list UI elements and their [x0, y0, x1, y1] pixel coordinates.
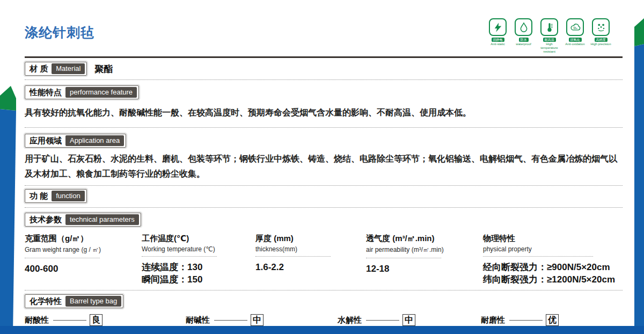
waterproof-label-zh: 防水: [519, 38, 529, 42]
waterproof-label-en: waterproof: [516, 42, 531, 46]
chemical-header: 化学特性 Barrel type bag: [25, 294, 123, 308]
chemical-header-zh: 化学特性: [30, 296, 62, 307]
chem-label-zh: 耐碱性: [186, 315, 210, 325]
param-divider: [25, 258, 100, 258]
section-technical: 技术参数 technical parameters: [25, 213, 623, 227]
application-header-en-badge: Application area: [65, 135, 124, 146]
divider: [25, 185, 623, 186]
application-header-zh: 应用领域: [30, 136, 62, 146]
function-header-en-badge: function: [52, 191, 85, 201]
performance-header: 性能特点 performance feature: [25, 85, 139, 99]
param-value-line: 纬向断裂强力：≥1200N/5×20cm: [483, 273, 617, 286]
chem-label-zh: 耐酸性: [25, 315, 49, 325]
feature-high-precision: 高精度 High precision: [590, 18, 612, 54]
section-application: 应用领域 Application area: [25, 134, 623, 148]
section-material: 材 质 Material 聚酯: [25, 62, 623, 76]
param-divider: [366, 258, 441, 258]
anti-static-label-zh: 抗静电: [492, 38, 504, 42]
param-label-en: air permeability (m³/㎡.min): [366, 245, 478, 255]
feature-waterproof: 防水 waterproof: [513, 18, 535, 54]
section-performance: 性能特点 performance feature: [25, 85, 623, 99]
param-label-zh: 物理特性: [483, 234, 617, 244]
page-title: 涤纶针刺毡: [25, 24, 94, 41]
param-label-zh: 工作温度(℃): [142, 234, 250, 244]
chem-rating-box: 优: [546, 314, 559, 326]
param-divider: [255, 256, 331, 257]
performance-text: 具有较好的抗氧化能力、耐酸碱性能一般、在较高温度时、预期寿命会受烟气含水量的影响…: [25, 105, 623, 120]
divider: [25, 127, 623, 128]
header: 涤纶针刺毡 抗静电 Anti-static 防水 waterproof: [25, 18, 623, 54]
high-temperature-label-zh: 耐高温: [543, 38, 556, 42]
feature-anti-oxidation: O₃ 抗氧化 Anti-oxidation: [564, 18, 586, 54]
chem-connector-line: [214, 320, 247, 321]
feature-anti-static: 抗静电 Anti-static: [487, 18, 509, 54]
title-underline: [25, 56, 623, 58]
param-label-en: physical property: [483, 245, 617, 253]
technical-header-zh: 技术参数: [30, 215, 62, 225]
anti-oxidation-label-en: Anti-oxidation: [565, 42, 584, 46]
material-value: 聚酯: [94, 63, 113, 75]
application-text: 用于矿山、石灰石粉、水泥的生料、磨机、包装等环节；钢铁行业中炼铁、铸造、烧结、电…: [25, 151, 623, 181]
param-divider: [483, 256, 593, 257]
param-label-zh: 厚度 (mm): [255, 234, 361, 244]
param-label-en: Working temperature (℃): [142, 245, 250, 253]
anti-static-label-en: Anti-static: [491, 42, 504, 46]
param-value-line: 连续温度：130: [142, 261, 250, 273]
param-divider: [142, 256, 217, 257]
param-value-line: 瞬间温度：150: [142, 273, 250, 286]
chem-connector-line: [509, 320, 543, 321]
chem-label-zh: 水解性: [338, 315, 362, 325]
material-header-en-badge: Material: [52, 63, 85, 74]
param-gram-weight: 克重范围（g/㎡） Gram weight range (g / ㎡) 400-…: [25, 234, 142, 286]
high-precision-label-zh: 高精度: [595, 38, 608, 42]
param-working-temperature: 工作温度(℃) Working temperature (℃) 连续温度：130…: [142, 234, 255, 286]
performance-header-en-badge: performance feature: [65, 87, 137, 98]
technical-header-en-badge: technical parameters: [65, 214, 139, 225]
param-physical-property: 物理特性 physical property 经向断裂强力：≥900N/5×20…: [483, 234, 623, 286]
divider: [25, 207, 623, 208]
chem-connector-line: [366, 320, 399, 321]
application-header: 应用领域 Application area: [25, 134, 126, 148]
feature-high-temperature: 耐高温 High temperature resistant: [538, 18, 560, 54]
anti-oxidation-cloud-icon: O₃: [566, 18, 584, 36]
divider: [25, 79, 623, 80]
param-label-en: Gram weight range (g / ㎡): [25, 245, 136, 255]
param-value-line: 经向断裂强力：≥900N/5×20cm: [483, 261, 617, 273]
chem-rating-box: 良: [90, 314, 103, 326]
section-function: 功 能 function: [25, 189, 623, 203]
anti-static-icon: [489, 18, 507, 36]
param-label-zh: 透气度 (m³/㎡.min): [366, 234, 478, 244]
chem-rating-box: 中: [402, 314, 415, 326]
section-chemical: 化学特性 Barrel type bag: [25, 294, 623, 308]
feature-icons: 抗静电 Anti-static 防水 waterproof: [487, 18, 612, 54]
technical-header: 技术参数 technical parameters: [25, 213, 141, 227]
param-thickness: 厚度 (mm) thickness(mm) 1.6-2.2: [255, 234, 366, 286]
function-header-zh: 功 能: [30, 191, 48, 201]
high-precision-label-en: High precision: [590, 42, 611, 46]
high-temperature-label-en: High temperature resistant: [538, 42, 560, 54]
param-value: 1.6-2.2: [255, 261, 361, 273]
high-precision-icon: [592, 18, 610, 36]
material-header: 材 质 Material: [25, 62, 87, 76]
param-label-zh: 克重范围（g/㎡）: [25, 234, 136, 244]
param-value: 经向断裂强力：≥900N/5×20cm 纬向断裂强力：≥1200N/5×20cm: [483, 261, 617, 286]
param-value: 400-600: [25, 263, 136, 275]
thermometer-icon: [540, 18, 558, 36]
param-label-en: thickness(mm): [255, 245, 361, 253]
performance-header-zh: 性能特点: [30, 88, 62, 98]
oxidation-glyph-text: O₃: [573, 26, 577, 29]
chemical-header-en-badge: Barrel type bag: [65, 296, 121, 307]
function-header: 功 能 function: [25, 189, 87, 203]
chem-rating-box: 中: [251, 314, 264, 326]
material-header-zh: 材 质: [30, 64, 48, 74]
anti-oxidation-label-zh: 抗氧化: [569, 38, 582, 42]
chem-label-zh: 耐磨性: [481, 315, 505, 325]
waterproof-icon: [515, 18, 532, 36]
divider: [25, 290, 623, 291]
param-air-permeability: 透气度 (m³/㎡.min) air permeability (m³/㎡.mi…: [366, 234, 483, 286]
product-spec-page: 涤纶针刺毡 抗静电 Anti-static 防水 waterproof: [0, 0, 644, 334]
param-value: 12-18: [366, 263, 478, 275]
bottom-blue-bar: [0, 326, 644, 334]
parameters-table: 克重范围（g/㎡） Gram weight range (g / ㎡) 400-…: [25, 234, 623, 286]
param-value: 连续温度：130 瞬间温度：150: [142, 261, 250, 286]
